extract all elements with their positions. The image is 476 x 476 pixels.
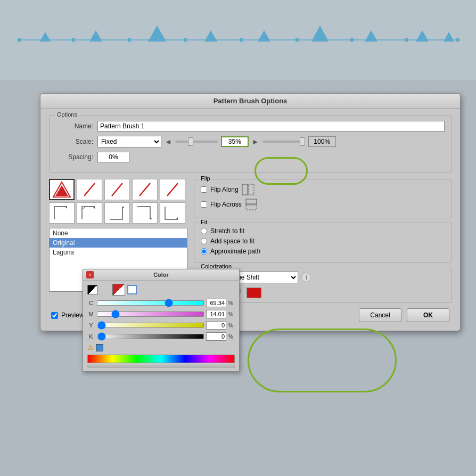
brush-tile-6[interactable] bbox=[77, 202, 102, 224]
svg-rect-6 bbox=[296, 38, 299, 42]
color-panel-title: Color bbox=[153, 272, 169, 278]
svg-marker-29 bbox=[150, 217, 152, 219]
dialog-title: Pattern Brush Options bbox=[40, 94, 460, 109]
svg-marker-17 bbox=[416, 30, 429, 42]
name-input[interactable] bbox=[97, 121, 445, 132]
svg-marker-10 bbox=[40, 32, 51, 42]
dialog-buttons: Cancel OK bbox=[359, 308, 449, 322]
name-label: Name: bbox=[56, 122, 93, 130]
ok-button[interactable]: OK bbox=[407, 308, 449, 322]
svg-rect-4 bbox=[184, 38, 187, 42]
svg-marker-28 bbox=[122, 207, 125, 209]
hue-shift-highlight-circle bbox=[248, 329, 397, 392]
svg-rect-7 bbox=[350, 38, 354, 42]
brush-tile-0[interactable] bbox=[49, 179, 75, 200]
brush-tile-8[interactable] bbox=[132, 202, 158, 224]
scale-slider-track[interactable] bbox=[175, 141, 218, 143]
brush-tile-7[interactable] bbox=[104, 202, 130, 224]
svg-marker-18 bbox=[444, 32, 454, 42]
addspace-radio[interactable] bbox=[201, 238, 207, 244]
svg-rect-9 bbox=[456, 38, 459, 42]
flip-across-checkbox[interactable] bbox=[201, 201, 207, 208]
fit-group-label: Fit bbox=[199, 219, 209, 225]
spectrum-bar[interactable] bbox=[87, 355, 235, 363]
svg-rect-32 bbox=[249, 184, 254, 195]
swatch-bw[interactable] bbox=[87, 285, 98, 294]
brush-row-2 bbox=[49, 202, 187, 224]
color-panel-close[interactable]: × bbox=[86, 271, 94, 278]
cmyk-y-row: Y % bbox=[87, 321, 235, 330]
spacing-label: Spacing: bbox=[56, 153, 93, 161]
stretch-radio[interactable] bbox=[201, 228, 207, 234]
m-slider[interactable] bbox=[97, 311, 204, 317]
diag-color-swatch[interactable] bbox=[112, 284, 125, 296]
scale-arrow-right: ► bbox=[252, 137, 259, 146]
brush-tile-2[interactable] bbox=[104, 179, 130, 200]
svg-marker-12 bbox=[148, 26, 166, 42]
y-value[interactable] bbox=[206, 321, 226, 330]
options-group: Options Name: Scale: Fixed Auto ◄ bbox=[49, 115, 452, 173]
c-value[interactable] bbox=[206, 299, 226, 307]
scale-label: Scale: bbox=[56, 138, 93, 145]
flip-along-icon bbox=[242, 184, 255, 195]
preview-checkbox[interactable] bbox=[51, 312, 58, 319]
svg-marker-13 bbox=[204, 30, 217, 42]
list-item-none[interactable]: None bbox=[50, 228, 187, 238]
options-group-label: Options bbox=[55, 111, 79, 118]
svg-line-24 bbox=[167, 183, 178, 196]
key-color-swatch[interactable] bbox=[247, 288, 261, 298]
brush-preview-svg bbox=[0, 0, 476, 80]
preview-label: Preview bbox=[61, 311, 84, 319]
brush-tile-9[interactable] bbox=[160, 202, 185, 224]
brush-tiles-container bbox=[49, 179, 187, 224]
svg-rect-5 bbox=[240, 38, 243, 42]
active-color-indicator[interactable] bbox=[127, 285, 137, 294]
y-slider[interactable] bbox=[97, 323, 204, 328]
svg-rect-1 bbox=[18, 38, 21, 42]
cmyk-m-row: M % bbox=[87, 310, 235, 318]
info-icon[interactable]: i bbox=[301, 273, 311, 282]
svg-line-27 bbox=[82, 207, 85, 210]
swatch-spacer bbox=[100, 285, 110, 294]
c-slider[interactable] bbox=[97, 300, 204, 306]
c-label: C bbox=[87, 300, 95, 306]
brush-tile-1[interactable] bbox=[77, 179, 102, 200]
brush-row-1 bbox=[49, 179, 187, 200]
addspace-label: Add space to fit bbox=[210, 237, 255, 245]
scale-value-input[interactable] bbox=[221, 136, 249, 147]
m-pct: % bbox=[228, 311, 235, 317]
list-item-original[interactable]: Original bbox=[50, 238, 187, 248]
brush-tile-4[interactable] bbox=[160, 179, 185, 200]
spacing-input[interactable] bbox=[97, 152, 129, 162]
flip-along-label: Flip Along bbox=[210, 186, 239, 193]
brush-tile-5[interactable] bbox=[49, 202, 75, 224]
scale-slider-thumb[interactable] bbox=[188, 137, 193, 146]
flip-group-label: Flip bbox=[199, 175, 212, 182]
c-pct: % bbox=[228, 300, 235, 306]
approx-radio[interactable] bbox=[201, 248, 207, 255]
color-panel-scrollbar[interactable] bbox=[87, 365, 235, 368]
fit-group: Fit Stretch to fit Add space to fit Appr… bbox=[194, 223, 452, 262]
scale-slider-thumb2[interactable] bbox=[300, 137, 305, 146]
svg-marker-16 bbox=[365, 30, 377, 42]
scale-max-input[interactable] bbox=[308, 136, 336, 147]
k-label: K bbox=[87, 333, 95, 340]
svg-line-23 bbox=[139, 183, 150, 196]
flip-along-checkbox[interactable] bbox=[201, 186, 207, 193]
svg-rect-3 bbox=[128, 38, 131, 42]
flip-across-label: Flip Across bbox=[210, 201, 242, 208]
svg-line-22 bbox=[112, 183, 122, 196]
cancel-button[interactable]: Cancel bbox=[359, 308, 401, 322]
color-indicator-blue[interactable] bbox=[96, 344, 103, 351]
scale-dropdown[interactable]: Fixed Auto bbox=[97, 136, 161, 147]
k-value[interactable] bbox=[206, 332, 226, 341]
scale-slider-track2[interactable] bbox=[262, 141, 305, 143]
brush-tile-3[interactable] bbox=[132, 179, 158, 200]
list-item-laguna[interactable]: Laguna bbox=[50, 248, 187, 257]
svg-rect-34 bbox=[246, 199, 257, 204]
k-slider[interactable] bbox=[97, 334, 204, 339]
svg-marker-11 bbox=[89, 30, 102, 42]
m-value[interactable] bbox=[206, 310, 226, 318]
approx-label: Approximate path bbox=[210, 248, 260, 255]
flip-group: Flip Flip Along Flip Across bbox=[194, 179, 452, 218]
